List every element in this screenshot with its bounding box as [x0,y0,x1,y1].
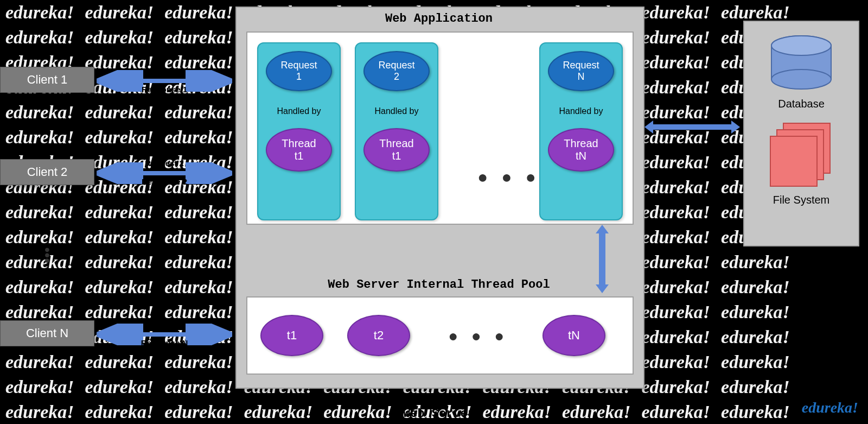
clientn-request-label: Request N [102,320,227,329]
client2-response-label: Response 2 [102,177,227,186]
handler-1: Request1 Handled by Threadt1 [257,42,341,220]
request-n-ellipse: RequestN [548,51,614,91]
thread-pool-box: t1 t2 ● ● ● tN [246,296,634,375]
thread-n-ellipse: ThreadtN [548,128,614,172]
server-storage-arrow-icon [643,116,741,138]
client1-response-label: Response 1 [102,85,227,94]
storage-box: Database File System [743,21,859,246]
svg-point-7 [771,69,831,89]
request-1-text: Request [280,60,317,71]
svg-rect-11 [770,136,817,186]
client1-request-label: Request 1 [102,66,227,75]
database-label: Database [778,98,825,110]
thread-pool-title: Web Server Internal Thread Pool [246,278,631,292]
clientn-response-label: Response N [102,338,227,347]
clients-vdots-icon: ••• [44,247,50,263]
client-1-box: Client 1 [0,67,94,93]
thread-2-ellipse: Threadt1 [363,128,430,172]
brand-watermark: edureka! [802,399,858,416]
client-2-box: Client 2 [0,159,94,185]
pool-ellipsis-icon: ● ● ● [448,327,508,345]
pool-t2: t2 [347,315,410,356]
client-2-label: Client 2 [27,165,68,179]
svg-point-8 [771,36,831,55]
web-application-title: Web Application [246,12,631,26]
client-n-box: Client N [0,320,94,346]
handlers-ellipsis-icon: ● ● ● [477,167,540,187]
client-n-label: Client N [26,326,68,340]
database-icon [766,34,837,93]
pool-t1: t1 [260,315,323,356]
thread-1-ellipse: Threadt1 [266,128,332,172]
client2-request-label: Request 2 [102,159,227,168]
handled-by-1: Handled by [277,106,321,116]
request-1-ellipse: Request1 [266,51,332,91]
pool-tn: tN [542,315,605,356]
request-2-ellipse: Request2 [363,51,430,91]
handled-by-n: Handled by [559,106,603,116]
handler-n: RequestN Handled by ThreadtN [539,42,623,220]
web-server-title: Web Server [235,407,642,421]
file-system-icon [761,120,842,191]
handler-2: Request2 Handled by Threadt1 [355,42,438,220]
handled-by-2: Handled by [375,106,419,116]
file-system-label: File System [773,194,829,206]
client-1-label: Client 1 [27,73,68,87]
